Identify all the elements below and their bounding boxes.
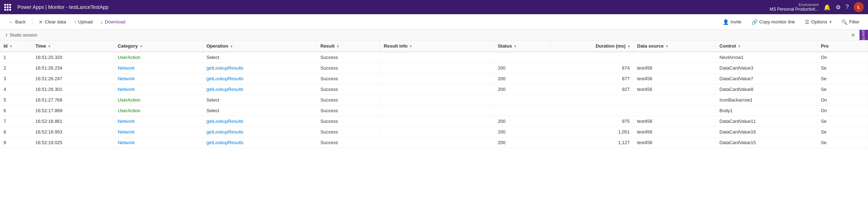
studio-session-close-button[interactable]: ✕ [851,32,855,38]
cell-operation[interactable]: getLookupResults [203,116,317,127]
cell-id: 3 [0,73,32,84]
download-icon: ↓ [101,19,103,25]
options-button[interactable]: ☰ Options ▾ [802,18,834,26]
table-row[interactable]: 4 16:51:26.301 Network getLookupResults … [0,84,868,95]
waffle-icon[interactable] [4,4,11,11]
download-button[interactable]: ↓ Download [98,18,128,26]
toolbar: ← Back ✕ Clear data ↑ Upload ↓ Download … [0,14,868,30]
cell-category: Network [114,73,203,84]
cell-result: Success [317,52,380,63]
clear-data-button[interactable]: ✕ Clear data [36,18,69,26]
notification-icon[interactable]: 🔔 [824,4,831,11]
upload-button[interactable]: ↑ Upload [71,18,96,26]
cell-duration: 874 [551,63,634,73]
cell-pro: Se [817,73,868,84]
cell-data-source: test456 [634,127,716,137]
cell-data-source [634,95,716,105]
col-header-status[interactable]: Status ▾ [494,40,551,52]
settings-icon[interactable]: ⚙ [836,4,841,11]
properties-tab[interactable]: Properties [859,30,868,40]
table-row[interactable]: 8 16:52:18.953 Network getLookupResults … [0,127,868,137]
cell-duration: 1,051 [551,127,634,137]
cell-operation[interactable]: getLookupResults [203,137,317,148]
back-button[interactable]: ← Back [6,18,28,26]
col-header-pro[interactable]: Pro [817,40,868,52]
col-header-result[interactable]: Result ▾ [317,40,380,52]
cell-result: Success [317,137,380,148]
avatar[interactable]: L [854,2,864,12]
col-header-time[interactable]: Time ▾ [32,40,114,52]
cell-time: 16:52:19.025 [32,137,114,148]
table-header-row: Id ▾ Time ▾ Category ▾ Operation ▾ Resul… [0,40,868,52]
col-header-data-source[interactable]: Data source ▾ [634,40,716,52]
cell-id: 1 [0,52,32,63]
cell-data-source [634,105,716,116]
cell-data-source: test456 [634,116,716,127]
cell-pro: Se [817,127,868,137]
cell-category: Network [114,137,203,148]
cell-result-info [380,127,494,137]
cell-time: 16:51:27.768 [32,95,114,105]
table-row[interactable]: 6 16:52:17.869 UserAction Select Success… [0,105,868,116]
cell-data-source [634,52,716,63]
cell-result-info [380,105,494,116]
cell-operation[interactable]: getLookupResults [203,73,317,84]
cell-operation[interactable]: Select [203,95,317,105]
cell-result-info [380,52,494,63]
cell-time: 16:51:26.247 [32,73,114,84]
toolbar-right: 👤 Invite 🔗 Copy monitor link ☰ Options ▾… [720,18,862,26]
cell-operation[interactable]: Select [203,105,317,116]
cell-result-info [380,116,494,127]
col-header-control[interactable]: Control ▾ [716,40,817,52]
upload-icon: ↑ [74,19,76,25]
cell-control: NextArrow1 [716,52,817,63]
col-header-result-info[interactable]: Result info ▾ [380,40,494,52]
cell-duration: 927 [551,84,634,95]
cell-result: Success [317,73,380,84]
cell-category: Network [114,116,203,127]
cell-result-info [380,84,494,95]
cell-operation[interactable]: getLookupResults [203,84,317,95]
environment-name: MS Personal Productivit... [770,7,819,12]
cell-duration: 1,127 [551,137,634,148]
cell-control: DataCardValue16 [716,127,817,137]
cell-duration [551,105,634,116]
table-row[interactable]: 1 16:51:25.320 UserAction Select Success… [0,52,868,63]
filter-button[interactable]: 🔍 Filter [839,18,862,26]
invite-button[interactable]: 👤 Invite [720,18,744,26]
col-header-id[interactable]: Id ▾ [0,40,32,52]
top-navigation: Power Apps | Monitor - testLanceTestApp … [0,0,868,14]
nav-left: Power Apps | Monitor - testLanceTestApp [4,4,109,11]
cell-operation[interactable]: Select [203,52,317,63]
cell-result-info [380,63,494,73]
cell-duration: 877 [551,73,634,84]
cell-id: 2 [0,63,32,73]
table-row[interactable]: 9 16:52:19.025 Network getLookupResults … [0,137,868,148]
cell-control: DataCardValue7 [716,73,817,84]
cell-result: Success [317,105,380,116]
cell-status [494,105,551,116]
table-row[interactable]: 3 16:51:26.247 Network getLookupResults … [0,73,868,84]
table-row[interactable]: 7 16:52:18.861 Network getLookupResults … [0,116,868,127]
col-header-operation[interactable]: Operation ▾ [203,40,317,52]
cell-status: 200 [494,73,551,84]
cell-time: 16:51:26.301 [32,84,114,95]
copy-monitor-link-button[interactable]: 🔗 Copy monitor link [749,18,798,26]
chevron-down-icon: ▾ [830,20,831,24]
environment-label: Environment [799,3,819,7]
nav-right: Environment MS Personal Productivit... 🔔… [770,2,864,12]
link-icon: 🔗 [752,19,758,25]
table-row[interactable]: 2 16:51:26.234 Network getLookupResults … [0,63,868,73]
table-row[interactable]: 5 16:51:27.768 UserAction Select Success… [0,95,868,105]
cell-operation[interactable]: getLookupResults [203,127,317,137]
col-header-duration[interactable]: Duration (ms) ▾ [551,40,634,52]
cell-status: 200 [494,116,551,127]
environment-block: Environment MS Personal Productivit... [770,3,819,12]
help-icon[interactable]: ? [846,4,849,10]
studio-session-label: Studio session [10,33,37,38]
cell-control: Body1 [716,105,817,116]
col-header-category[interactable]: Category ▾ [114,40,203,52]
cell-result-info [380,73,494,84]
cell-duration [551,52,634,63]
cell-operation[interactable]: getLookupResults [203,63,317,73]
